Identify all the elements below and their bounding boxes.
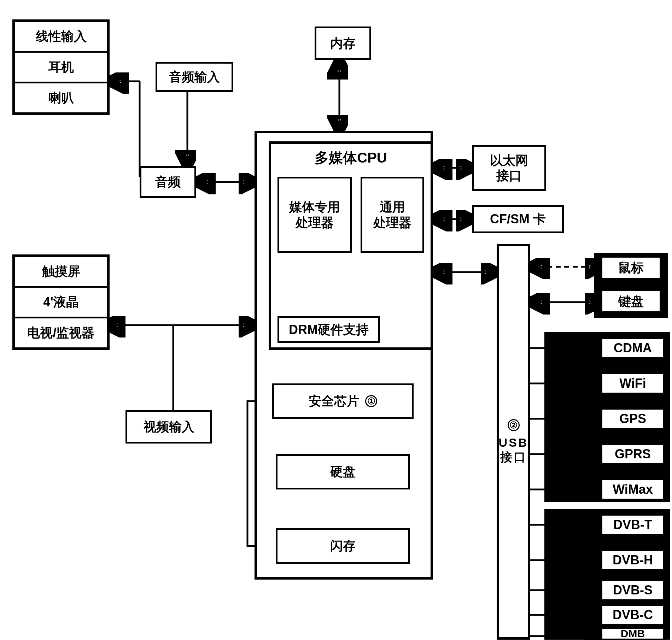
cf-sm-card: CF/SM 卡: [472, 205, 564, 233]
periph-gps: GPS: [601, 408, 665, 429]
audio-box: 音频: [140, 166, 196, 198]
marker-2: ②: [508, 419, 520, 431]
speaker-label: 喇叭: [15, 82, 107, 112]
media-processor: 媒体专用 处理器: [277, 177, 352, 253]
keyboard-box: 键盘: [601, 290, 661, 313]
hard-disk: 硬盘: [276, 454, 410, 489]
security-chip-label: 安全芯片: [309, 393, 360, 409]
usb-label: USB接口: [499, 435, 528, 464]
security-chip: 安全芯片 ①: [272, 383, 414, 419]
periph-dvbs: DVB-S: [601, 580, 665, 601]
audio-input-box: 音频输入: [156, 62, 233, 92]
line-in-label: 线性输入: [36, 22, 87, 51]
audio-output-group: 线性输入 耳机 喇叭: [12, 19, 110, 115]
headphone-label: 耳机: [15, 51, 107, 82]
marker-1: ①: [365, 395, 377, 407]
usb-interface: ② USB接口: [497, 244, 530, 640]
cpu-title: 多媒体CPU: [315, 149, 387, 166]
periph-wimax: WiMax: [601, 479, 665, 500]
periph-gprs: GPRS: [601, 444, 665, 465]
periph-cdma: CDMA: [601, 337, 665, 359]
drm-hw: DRM硬件支持: [277, 316, 380, 343]
ethernet-interface: 以太网 接口: [472, 145, 546, 191]
touchscreen-label: 触摸屏: [42, 257, 80, 286]
memory-box: 内存: [315, 27, 371, 60]
display-group: 触摸屏 4'液晶 电视/监视器: [12, 254, 110, 350]
general-processor: 通用 处理器: [361, 177, 424, 253]
periph-dvbc: DVB-C: [601, 604, 665, 626]
mouse-box: 鼠标: [601, 256, 661, 279]
flash-memory: 闪存: [276, 528, 410, 564]
lcd-label: 4'液晶: [15, 286, 107, 317]
periph-dvbh: DVB-H: [601, 550, 665, 571]
tv-monitor-label: 电视/监视器: [15, 317, 107, 347]
periph-dmb: DMB: [601, 627, 665, 640]
periph-dvbt: DVB-T: [601, 514, 665, 535]
periph-wifi: WiFi: [601, 373, 665, 394]
video-input-box: 视频输入: [125, 410, 212, 444]
